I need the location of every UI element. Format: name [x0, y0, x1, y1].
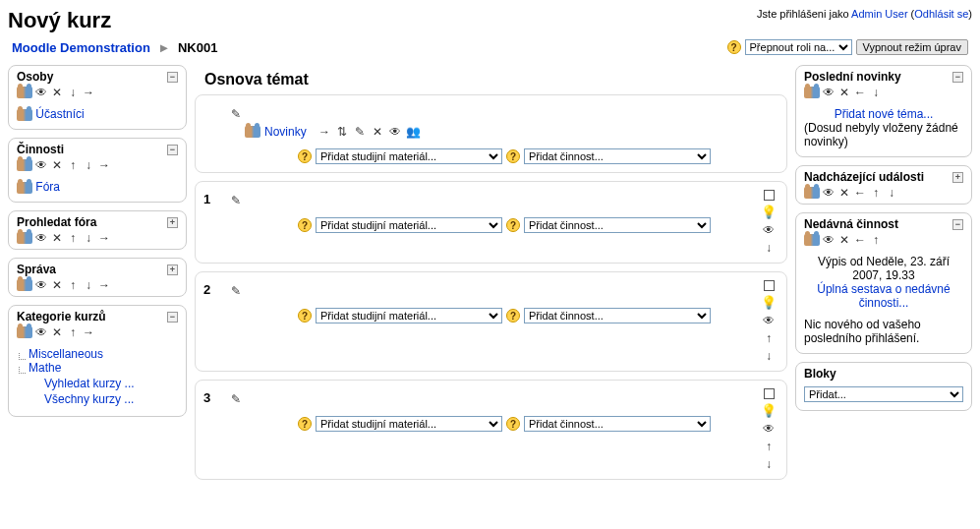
- add-block-select[interactable]: Přidat...: [804, 386, 963, 402]
- highlight-box-icon[interactable]: [764, 280, 775, 291]
- move-right-icon[interactable]: →: [97, 158, 111, 172]
- eye-icon[interactable]: 👁: [822, 233, 836, 247]
- help-icon[interactable]: ?: [298, 218, 312, 232]
- collapse-icon[interactable]: −: [952, 219, 963, 230]
- expand-icon[interactable]: +: [167, 264, 178, 275]
- collapse-icon[interactable]: −: [167, 72, 178, 83]
- help-icon[interactable]: ?: [298, 417, 312, 431]
- delete-icon[interactable]: ✕: [50, 231, 64, 245]
- move-right-icon[interactable]: →: [97, 231, 111, 245]
- lightbulb-icon[interactable]: 💡: [761, 295, 777, 310]
- roles-icon[interactable]: [17, 87, 32, 98]
- eye-icon[interactable]: 👁: [34, 325, 48, 339]
- help-icon[interactable]: ?: [506, 309, 520, 323]
- toggle-editing-button[interactable]: [856, 39, 968, 55]
- forums-link[interactable]: Fóra: [35, 180, 60, 194]
- move-right-icon[interactable]: →: [317, 125, 331, 139]
- move-down-icon[interactable]: ↓: [66, 86, 80, 99]
- help-icon[interactable]: ?: [298, 149, 312, 163]
- move-left-icon[interactable]: ←: [853, 186, 867, 200]
- help-icon[interactable]: ?: [727, 40, 741, 54]
- roles-icon[interactable]: [17, 326, 32, 338]
- move-up-icon[interactable]: ↑: [66, 278, 80, 292]
- delete-icon[interactable]: ✕: [50, 325, 64, 339]
- add-resource-select[interactable]: Přidat studijní materiál...: [316, 217, 502, 233]
- move-up-icon[interactable]: ↑: [66, 325, 80, 339]
- move-up-icon[interactable]: ↑: [762, 331, 776, 345]
- move-right-icon[interactable]: →: [97, 278, 111, 292]
- eye-icon[interactable]: 👁: [762, 422, 776, 436]
- delete-icon[interactable]: ✕: [837, 233, 851, 247]
- roles-icon[interactable]: [17, 232, 32, 244]
- edit-icon[interactable]: ✎: [353, 125, 367, 139]
- edit-icon[interactable]: ✎: [229, 194, 243, 207]
- expand-icon[interactable]: +: [952, 172, 963, 183]
- edit-icon[interactable]: ✎: [229, 107, 243, 121]
- edit-icon[interactable]: ✎: [229, 284, 243, 298]
- move-up-icon[interactable]: ↑: [869, 186, 883, 200]
- delete-icon[interactable]: ✕: [371, 125, 384, 139]
- roles-icon[interactable]: [804, 234, 820, 246]
- add-resource-select[interactable]: Přidat studijní materiál...: [316, 308, 502, 323]
- delete-icon[interactable]: ✕: [50, 278, 64, 292]
- highlight-box-icon[interactable]: [764, 388, 775, 399]
- eye-icon[interactable]: 👁: [762, 314, 776, 327]
- move-up-icon[interactable]: ↑: [869, 233, 883, 247]
- expand-icon[interactable]: +: [167, 217, 178, 228]
- move-down-icon[interactable]: ↓: [82, 158, 95, 172]
- help-icon[interactable]: ?: [506, 417, 520, 431]
- add-activity-select[interactable]: Přidat činnost...: [524, 148, 711, 164]
- role-switch-select[interactable]: Přepnout roli na...: [745, 39, 852, 55]
- logout-link[interactable]: Odhlásit se: [914, 8, 968, 20]
- user-link[interactable]: Admin User: [851, 8, 907, 20]
- category-link[interactable]: Miscellaneous: [29, 347, 103, 361]
- move-down-icon[interactable]: ↓: [762, 349, 776, 363]
- collapse-icon[interactable]: −: [167, 145, 178, 155]
- delete-icon[interactable]: ✕: [837, 186, 851, 200]
- move-down-icon[interactable]: ↓: [762, 241, 776, 255]
- all-courses-link[interactable]: Všechny kurzy ...: [44, 392, 134, 406]
- help-icon[interactable]: ?: [506, 149, 520, 163]
- lightbulb-icon[interactable]: 💡: [761, 205, 777, 219]
- move-down-icon[interactable]: ↓: [82, 231, 95, 245]
- delete-icon[interactable]: ✕: [837, 86, 851, 99]
- roles-icon[interactable]: [804, 187, 820, 199]
- move-right-icon[interactable]: →: [82, 325, 95, 339]
- add-activity-select[interactable]: Přidat činnost...: [524, 308, 711, 323]
- move-down-icon[interactable]: ↓: [869, 86, 883, 99]
- move-down-icon[interactable]: ↓: [885, 186, 898, 200]
- add-resource-select[interactable]: Přidat studijní materiál...: [316, 416, 502, 432]
- edit-icon[interactable]: ✎: [229, 392, 243, 406]
- add-resource-select[interactable]: Přidat studijní materiál...: [316, 148, 502, 164]
- add-activity-select[interactable]: Přidat činnost...: [524, 416, 711, 432]
- activity-report-link[interactable]: Úplná sestava o nedávné činnosti...: [817, 282, 950, 310]
- eye-icon[interactable]: 👁: [34, 86, 48, 99]
- roles-icon[interactable]: [804, 87, 820, 98]
- roles-icon[interactable]: [17, 279, 32, 291]
- add-topic-link[interactable]: Přidat nové téma...: [835, 107, 934, 121]
- eye-icon[interactable]: 👁: [762, 223, 776, 237]
- eye-icon[interactable]: 👁: [822, 86, 836, 99]
- eye-icon[interactable]: 👁: [822, 186, 836, 200]
- collapse-icon[interactable]: −: [167, 312, 178, 323]
- move-left-icon[interactable]: ←: [853, 86, 867, 99]
- eye-icon[interactable]: 👁: [34, 158, 48, 172]
- delete-icon[interactable]: ✕: [50, 86, 64, 99]
- category-link[interactable]: Mathe: [29, 361, 61, 375]
- help-icon[interactable]: ?: [506, 218, 520, 232]
- eye-icon[interactable]: 👁: [34, 278, 48, 292]
- roles-icon[interactable]: [17, 159, 32, 171]
- add-activity-select[interactable]: Přidat činnost...: [524, 217, 711, 233]
- highlight-box-icon[interactable]: [764, 190, 775, 201]
- move-icon[interactable]: ⇅: [335, 125, 349, 139]
- participants-link[interactable]: Účastníci: [35, 107, 84, 121]
- move-left-icon[interactable]: ←: [853, 233, 867, 247]
- search-courses-link[interactable]: Vyhledat kurzy ...: [44, 377, 135, 390]
- lightbulb-icon[interactable]: 💡: [761, 403, 777, 418]
- roles-icon[interactable]: 👥: [406, 125, 420, 139]
- news-forum-link[interactable]: Novinky: [264, 125, 307, 139]
- breadcrumb-root[interactable]: Moodle Demonstration: [12, 40, 150, 55]
- move-down-icon[interactable]: ↓: [82, 278, 95, 292]
- move-up-icon[interactable]: ↑: [762, 440, 776, 453]
- move-down-icon[interactable]: ↓: [762, 457, 776, 471]
